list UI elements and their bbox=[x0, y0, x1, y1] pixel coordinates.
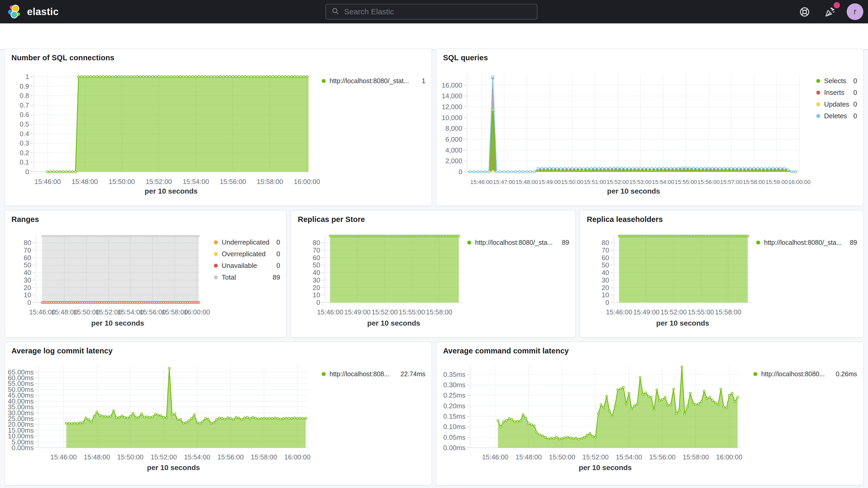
svg-text:0.00ms: 0.00ms bbox=[443, 444, 465, 452]
legend-label: Updates bbox=[824, 100, 849, 109]
chart-canvas[interactable]: 15:46:0015:49:0015:52:0015:55:0015:58:00… bbox=[580, 211, 864, 338]
series-color-dot bbox=[214, 252, 218, 256]
legend-value: 89 bbox=[562, 239, 569, 246]
brand-wordmark: elastic bbox=[27, 6, 59, 18]
svg-text:15:52:00: 15:52:00 bbox=[660, 308, 687, 316]
svg-text:40: 40 bbox=[601, 269, 609, 276]
svg-text:0.25ms: 0.25ms bbox=[443, 391, 465, 399]
panel-title: Average log commit latency bbox=[11, 347, 113, 355]
legend-item[interactable]: Overreplicated0 bbox=[214, 248, 280, 260]
elastic-brand[interactable]: elastic bbox=[7, 4, 59, 20]
legend-item[interactable]: http://localhost:8080...0.26ms bbox=[753, 368, 857, 380]
legend-item[interactable]: http://localhost:8080/_sta...89 bbox=[756, 237, 857, 248]
svg-text:70: 70 bbox=[313, 246, 320, 254]
svg-text:15:56:00: 15:56:00 bbox=[217, 453, 244, 461]
legend-item[interactable]: Unavailable0 bbox=[214, 260, 280, 272]
svg-text:per 10 seconds: per 10 seconds bbox=[367, 319, 420, 327]
global-search[interactable] bbox=[326, 4, 537, 20]
svg-text:15:51:00: 15:51:00 bbox=[584, 179, 606, 185]
svg-text:15:55:00: 15:55:00 bbox=[688, 308, 714, 316]
legend-item[interactable]: http://localhost:808...22.74ms bbox=[322, 368, 426, 380]
panel-title: SQL queries bbox=[443, 54, 488, 62]
svg-text:40: 40 bbox=[313, 269, 320, 276]
svg-text:20: 20 bbox=[601, 284, 609, 292]
legend-item[interactable]: Deletes0 bbox=[816, 110, 857, 122]
panel-sql-queries: SQL queries 15:46:0015:47:0015:48:0015:4… bbox=[436, 49, 864, 206]
svg-text:15:58:00: 15:58:00 bbox=[683, 453, 709, 461]
svg-text:15:48:00: 15:48:00 bbox=[84, 453, 110, 461]
legend-value: 89 bbox=[273, 273, 280, 281]
legend-item[interactable]: http://localhost:8080/_sta...89 bbox=[467, 237, 569, 248]
svg-text:60: 60 bbox=[313, 254, 320, 262]
series-color-dot bbox=[756, 241, 760, 245]
chart-canvas[interactable]: 15:46:0015:49:0015:52:0015:55:0015:58:00… bbox=[291, 211, 576, 338]
legend-value: 89 bbox=[850, 239, 857, 246]
legend-value: 0 bbox=[854, 89, 857, 97]
svg-text:16:00:00: 16:00:00 bbox=[184, 308, 210, 316]
svg-text:2,000: 2,000 bbox=[445, 157, 462, 165]
svg-text:15:57:00: 15:57:00 bbox=[720, 179, 742, 185]
svg-text:15:50:00: 15:50:00 bbox=[108, 178, 135, 186]
legend-item[interactable]: Updates0 bbox=[816, 98, 857, 110]
svg-text:15:58:00: 15:58:00 bbox=[426, 308, 452, 316]
svg-text:80: 80 bbox=[24, 239, 31, 247]
legend-item[interactable]: Total89 bbox=[214, 272, 280, 283]
svg-text:20: 20 bbox=[313, 284, 320, 292]
chart-canvas[interactable]: 15:46:0015:48:0015:50:0015:52:0015:54:00… bbox=[436, 342, 864, 486]
svg-text:16:00:00: 16:00:00 bbox=[716, 453, 742, 461]
legend-label: Deletes bbox=[824, 112, 849, 120]
svg-text:15:49:00: 15:49:00 bbox=[538, 179, 561, 185]
legend-label: Unavailable bbox=[222, 262, 272, 270]
legend-label: Total bbox=[222, 273, 269, 281]
svg-text:15:58:00: 15:58:00 bbox=[257, 178, 283, 186]
svg-text:0.4: 0.4 bbox=[20, 130, 29, 138]
chart-canvas[interactable]: 15:46:0015:48:0015:50:0015:52:0015:54:00… bbox=[5, 342, 432, 486]
series-color-dot bbox=[816, 114, 820, 118]
panel-replicas-per-store: Replicas per Store 15:46:0015:49:0015:52… bbox=[291, 210, 576, 338]
series-color-dot bbox=[816, 102, 820, 106]
svg-text:10: 10 bbox=[313, 291, 320, 299]
help-icon[interactable] bbox=[798, 6, 811, 18]
legend-item[interactable]: http://localhost:8080/_stat...1 bbox=[322, 75, 426, 87]
svg-text:15:52:00: 15:52:00 bbox=[582, 453, 609, 461]
svg-text:0.35ms: 0.35ms bbox=[443, 370, 465, 378]
svg-text:50: 50 bbox=[313, 261, 320, 269]
chart-legend: Underreplicated0Overreplicated0Unavailab… bbox=[214, 237, 280, 283]
legend-item[interactable]: Selects0 bbox=[816, 75, 857, 87]
svg-text:15:48:00: 15:48:00 bbox=[516, 453, 542, 461]
legend-label: Underreplicated bbox=[222, 238, 272, 246]
svg-text:15:56:00: 15:56:00 bbox=[220, 178, 246, 186]
legend-label: http://localhost:808... bbox=[330, 370, 396, 378]
svg-text:70: 70 bbox=[24, 246, 31, 254]
search-input[interactable] bbox=[344, 7, 531, 17]
svg-text:0.15ms: 0.15ms bbox=[443, 413, 465, 420]
svg-text:6,000: 6,000 bbox=[445, 135, 462, 143]
chart-canvas[interactable]: 15:46:0015:48:0015:50:0015:52:0015:54:00… bbox=[5, 49, 432, 206]
svg-text:15:46:00: 15:46:00 bbox=[317, 308, 343, 316]
svg-text:15:54:00: 15:54:00 bbox=[616, 453, 642, 461]
legend-value: 0 bbox=[854, 100, 857, 109]
svg-text:30: 30 bbox=[313, 276, 320, 284]
svg-text:15:46:00: 15:46:00 bbox=[482, 453, 508, 461]
newsfeed-icon[interactable] bbox=[823, 6, 836, 18]
svg-text:0.7: 0.7 bbox=[20, 101, 29, 109]
svg-text:15:48:00: 15:48:00 bbox=[516, 179, 538, 185]
legend-item[interactable]: Underreplicated0 bbox=[214, 237, 280, 248]
series-color-dot bbox=[816, 79, 820, 83]
legend-value: 0 bbox=[854, 112, 857, 120]
svg-text:80: 80 bbox=[313, 239, 320, 247]
svg-text:0.30ms: 0.30ms bbox=[443, 381, 465, 389]
svg-text:per 10 seconds: per 10 seconds bbox=[656, 319, 709, 327]
svg-text:15:54:00: 15:54:00 bbox=[652, 179, 674, 185]
svg-text:1: 1 bbox=[26, 73, 29, 81]
panel-title: Average command commit latency bbox=[443, 347, 569, 355]
panel-title: Ranges bbox=[11, 215, 39, 224]
svg-text:15:55:00: 15:55:00 bbox=[399, 308, 425, 316]
svg-text:15:52:00: 15:52:00 bbox=[146, 178, 172, 186]
top-header-bar: elastic r bbox=[0, 0, 868, 23]
chart-canvas[interactable]: 15:46:0015:47:0015:48:0015:49:0015:50:00… bbox=[436, 49, 864, 206]
user-avatar[interactable]: r bbox=[847, 3, 863, 20]
legend-item[interactable]: Inserts0 bbox=[816, 87, 857, 98]
svg-text:0.05ms: 0.05ms bbox=[443, 433, 465, 441]
svg-text:15:59:00: 15:59:00 bbox=[766, 179, 788, 185]
